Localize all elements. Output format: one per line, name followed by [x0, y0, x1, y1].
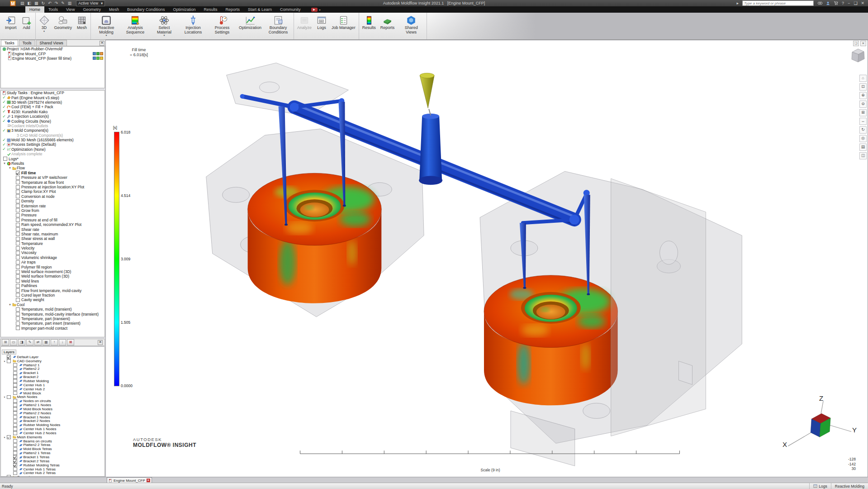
spin-tool-button[interactable]: ◎: [859, 135, 867, 142]
expand-icon[interactable]: ▸: [737, 0, 739, 6]
layer-checkbox[interactable]: [13, 411, 17, 415]
3d-button[interactable]: 3D▾: [37, 14, 52, 38]
study-task-row[interactable]: ✓Optimization (None): [1, 147, 104, 152]
result-checkbox[interactable]: [16, 241, 20, 245]
menu-item-geometry[interactable]: Geometry: [79, 6, 105, 13]
result-checkbox[interactable]: [16, 312, 20, 316]
result-row[interactable]: Conversion at node: [1, 194, 104, 199]
layer-checkbox[interactable]: [13, 463, 17, 467]
layer-checkbox[interactable]: [13, 399, 17, 403]
zoom-extents-tool-button[interactable]: ⊡: [859, 83, 867, 91]
layer-row[interactable]: ▾Mesh Nodes: [1, 395, 104, 399]
help-icon[interactable]: ?: [842, 0, 844, 6]
result-row[interactable]: Extension rate: [1, 203, 104, 208]
layer-checkbox[interactable]: [13, 363, 17, 367]
layer-checkbox[interactable]: [13, 459, 17, 463]
study-task-row[interactable]: Analysis complete: [1, 152, 104, 156]
layer-row[interactable]: Rubber Molding: [1, 379, 104, 383]
section-tool-button[interactable]: ◫: [859, 152, 867, 159]
layer-checkbox[interactable]: [13, 371, 17, 375]
result-checkbox[interactable]: [16, 321, 20, 326]
new-layer-button[interactable]: ⊞: [2, 339, 9, 345]
layer-checkbox[interactable]: [13, 375, 17, 379]
layer-row[interactable]: Bracket 1: [1, 371, 104, 375]
layer-row[interactable]: ▾CAD Geometry: [1, 359, 104, 363]
result-row[interactable]: Weld surface formation (3D): [1, 274, 104, 278]
zoom-window-tool-button[interactable]: ⊞: [859, 109, 867, 116]
result-checkbox[interactable]: [16, 307, 20, 312]
layer-row[interactable]: Bracket 1 Tetras: [1, 455, 104, 459]
result-row[interactable]: Polymer fill region: [1, 264, 104, 269]
chevron-down-icon[interactable]: ▾: [319, 8, 321, 11]
menu-item-tools[interactable]: Tools: [44, 6, 62, 13]
result-checkbox[interactable]: [16, 213, 20, 217]
logs-button[interactable]: Logs: [314, 14, 329, 38]
layer-row[interactable]: Rubber Molding Nodes: [1, 423, 104, 427]
result-row[interactable]: Grow from: [1, 208, 104, 213]
layer-checkbox[interactable]: [7, 355, 11, 359]
result-row[interactable]: Temperature, part (transient): [1, 316, 104, 321]
expand-layers-button[interactable]: ▦: [43, 339, 50, 345]
menu-item-optimization[interactable]: Optimization: [169, 6, 199, 13]
add-button[interactable]: Add: [19, 14, 34, 38]
layer-checkbox[interactable]: [13, 451, 17, 455]
study-row[interactable]: Engine Mount_CFP (lower fill time): [1, 56, 104, 61]
study-task-row[interactable]: ✓Process Settings (Default): [1, 142, 104, 147]
layer-row[interactable]: Rubber Molding Tetras: [1, 463, 104, 467]
status-logs-button[interactable]: Logs: [809, 483, 830, 489]
layer-row[interactable]: Center Hub 1: [1, 383, 104, 387]
layer-checkbox[interactable]: [7, 359, 11, 363]
study-task-row[interactable]: ✓Cool (FEM) + Fill + Pack: [1, 105, 104, 109]
layer-row[interactable]: Platten2 2 Nodes: [1, 411, 104, 415]
cart-icon[interactable]: [834, 1, 838, 5]
logs-checkbox[interactable]: [3, 157, 7, 161]
minimize-icon[interactable]: −: [848, 0, 850, 6]
close-tab-icon[interactable]: ✕: [147, 479, 150, 482]
layer-row[interactable]: Platten2 1: [1, 363, 104, 367]
layer-row[interactable]: Bracket 1 Nodes: [1, 415, 104, 419]
layer-row[interactable]: Center Hub 1 Tetras: [1, 467, 104, 471]
sync-icon[interactable]: ↻: [42, 0, 45, 6]
result-row[interactable]: Improper part-mold contact: [1, 326, 104, 331]
home-tool-button[interactable]: ⌂: [859, 75, 867, 82]
panel-tab-tools[interactable]: Tools: [19, 40, 35, 46]
restore-icon[interactable]: ❑: [854, 0, 857, 6]
layer-row[interactable]: Beams on circuits: [1, 439, 104, 443]
active-view-dropdown[interactable]: Active View ▾: [76, 0, 105, 6]
layer-row[interactable]: Nodes on circuits: [1, 399, 104, 403]
result-row[interactable]: Shear rate, maximum: [1, 232, 104, 236]
result-row[interactable]: Weld surface movement (3D): [1, 269, 104, 274]
result-row[interactable]: Shear rate: [1, 227, 104, 231]
result-row[interactable]: Density: [1, 199, 104, 203]
result-row[interactable]: Pressure at injection location:XY Plot: [1, 185, 104, 189]
layer-checkbox[interactable]: [13, 383, 17, 387]
result-row[interactable]: Temperature, mold (transient): [1, 307, 104, 312]
result-row[interactable]: Volumetric shrinkage: [1, 255, 104, 260]
pan-tool-button[interactable]: ↔: [859, 118, 867, 125]
geometry-button[interactable]: Geometry: [52, 14, 75, 38]
layer-checkbox[interactable]: [13, 427, 17, 431]
result-checkbox[interactable]: [16, 270, 20, 274]
layer-checkbox[interactable]: [13, 443, 17, 447]
collapse-icon[interactable]: ▾: [3, 360, 6, 363]
result-checkbox[interactable]: [16, 204, 20, 208]
result-checkbox[interactable]: [16, 326, 20, 330]
result-checkbox[interactable]: [16, 293, 20, 297]
result-checkbox[interactable]: [16, 316, 20, 321]
layer-row[interactable]: Bracket 2 Nodes: [1, 419, 104, 423]
layer-checkbox[interactable]: [13, 387, 17, 391]
optimization-button[interactable]: Optimization: [237, 14, 264, 38]
study-task-row[interactable]: ✓Mold 3D Mesh (16155665 elements): [1, 138, 104, 142]
results-root-row[interactable]: ▼Results: [1, 161, 104, 166]
layer-row[interactable]: Center Hub 2 Nodes: [1, 431, 104, 435]
layer-checkbox[interactable]: [13, 439, 17, 443]
layer-checkbox[interactable]: [13, 447, 17, 451]
close-icon[interactable]: ✕: [861, 0, 864, 6]
result-row[interactable]: Shear stress at wall: [1, 236, 104, 241]
result-checkbox[interactable]: [16, 194, 20, 198]
result-checkbox[interactable]: [16, 288, 20, 292]
merge-layer-button[interactable]: ⇄: [34, 339, 42, 345]
project-row[interactable]: Project 'ASMI-Rubber-OVermold': [1, 47, 104, 51]
result-checkbox[interactable]: [16, 232, 20, 236]
layer-checkbox[interactable]: [13, 467, 17, 471]
